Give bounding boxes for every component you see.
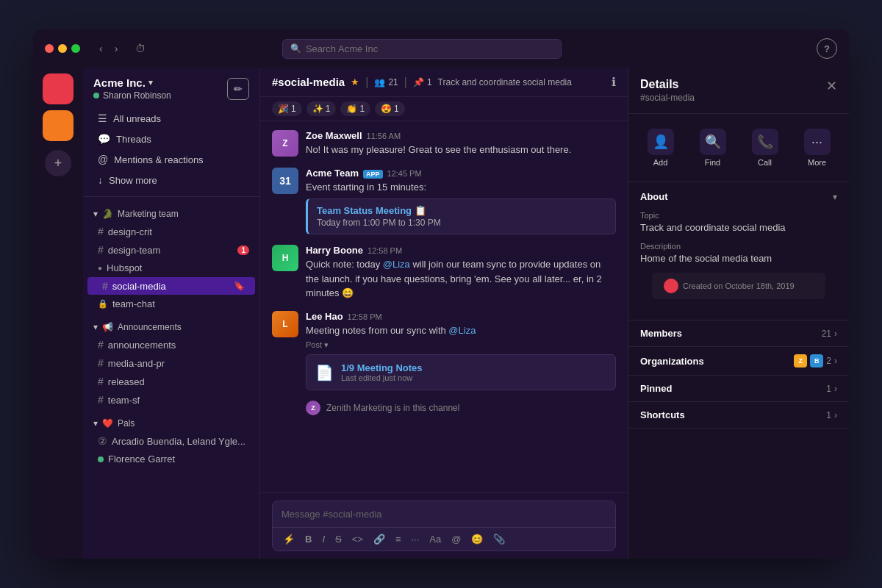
meeting-card[interactable]: Team Status Meeting 📋 Today from 1:00 PM…: [306, 198, 616, 234]
text-zoe: No! It was my pleasure! Great to see the…: [306, 143, 616, 157]
maximize-button[interactable]: [71, 44, 80, 53]
org-row[interactable]: Organizations Z B 2 ›: [628, 347, 849, 375]
channel-item-released[interactable]: # released: [83, 373, 259, 390]
mentions-icon: @: [98, 154, 108, 165]
add-action-button[interactable]: 👤 Add: [640, 124, 681, 171]
workspace-info: Acme Inc. ▾ Sharon Robinson: [93, 76, 171, 101]
online-dot-icon: [98, 456, 104, 462]
sidebar-divider: [83, 196, 259, 197]
post-label[interactable]: Post ▾: [306, 340, 616, 350]
avatar-harry: H: [272, 245, 298, 271]
channel-item-team-chat[interactable]: 🔒 team-chat: [83, 295, 259, 312]
italic-button[interactable]: I: [318, 531, 329, 548]
strikethrough-button[interactable]: S: [331, 531, 346, 548]
link-button[interactable]: 🔗: [369, 531, 390, 548]
details-panel: Details #social-media ✕ 👤 Add 🔍 Find 📞 C…: [628, 68, 849, 559]
section-arrow-icon: ▾: [93, 322, 98, 332]
time-acme: 12:45 PM: [387, 169, 422, 178]
workspace-chevron-icon: ▾: [148, 78, 153, 87]
post-subtitle: Last edited just now: [341, 373, 423, 382]
author-lee: Lee Hao: [306, 311, 343, 322]
workspace-icon-main[interactable]: [43, 74, 74, 104]
nav-item-show-more[interactable]: ↓ Show more: [87, 171, 255, 190]
message-input[interactable]: [273, 501, 615, 527]
nav-item-threads[interactable]: 💬 Threads: [87, 129, 255, 148]
org-count: 2: [826, 356, 831, 366]
close-button[interactable]: [45, 44, 54, 53]
call-action-button[interactable]: 📞 Call: [745, 124, 786, 171]
channel-item-arcadio[interactable]: ② Arcadio Buendia, Leland Ygle...: [83, 432, 259, 450]
channel-item-florence[interactable]: Florence Garret: [83, 451, 259, 467]
title-bar: ‹ › ⏱ 🔍 ?: [33, 29, 849, 68]
meeting-time: Today from 1:00 PM to 1:30 PM: [317, 218, 606, 228]
nav-item-unreads[interactable]: ☰ All unreads: [87, 109, 255, 128]
search-input[interactable]: [306, 43, 553, 54]
star-icon[interactable]: ★: [351, 76, 359, 87]
members-row[interactable]: Members 21 ›: [628, 320, 849, 346]
pinned-row[interactable]: Pinned 1 ›: [628, 376, 849, 402]
about-section-header[interactable]: About ▾: [628, 182, 849, 211]
unreads-icon: ☰: [98, 112, 107, 124]
search-bar[interactable]: 🔍: [282, 39, 562, 59]
attachment-button[interactable]: 📎: [489, 531, 509, 548]
text-lee: Meeting notes from our sync with @Liza: [306, 323, 616, 338]
channel-item-hubspot[interactable]: ● Hubspot: [83, 259, 259, 276]
message-zoe: Z Zoe Maxwell 11:56 AM No! It was my ple…: [272, 130, 616, 157]
call-label: Call: [758, 158, 772, 167]
channel-item-design-crit[interactable]: # design-crit: [83, 223, 259, 240]
compose-button[interactable]: ✏: [227, 78, 249, 100]
find-action-button[interactable]: 🔍 Find: [692, 124, 734, 171]
channel-item-announcements[interactable]: # announcements: [83, 336, 259, 354]
reaction-chip-clap[interactable]: 👏 1: [340, 101, 370, 116]
text-format-button[interactable]: Aa: [425, 531, 445, 548]
help-button[interactable]: ?: [817, 38, 837, 59]
forward-button[interactable]: ›: [110, 40, 123, 57]
channel-item-media-and-pr[interactable]: # media-and-pr: [83, 354, 259, 372]
shortcuts-row[interactable]: Shortcuts 1 ›: [628, 402, 849, 429]
mention-liza-2[interactable]: @Liza: [448, 325, 476, 336]
add-workspace-button[interactable]: +: [45, 150, 71, 176]
channel-item-design-team[interactable]: # design-team 1: [83, 241, 259, 259]
icon-sidebar: +: [33, 68, 83, 559]
workspace-icon-secondary[interactable]: [43, 110, 74, 141]
mention-liza-1[interactable]: @Liza: [383, 259, 410, 270]
emoji-button[interactable]: 😊: [467, 531, 487, 548]
channel-item-social-media[interactable]: # social-media 🔖: [87, 277, 255, 295]
channel-item-team-sf[interactable]: # team-sf: [83, 391, 259, 409]
more-tools-button[interactable]: ···: [406, 531, 423, 548]
members-count: 21: [822, 329, 831, 339]
lightning-button[interactable]: ⚡: [279, 531, 299, 548]
reaction-chip-sparkle[interactable]: ✨ 1: [306, 101, 337, 116]
search-icon: 🔍: [290, 43, 301, 54]
description-label: Description: [640, 242, 837, 251]
close-details-button[interactable]: ✕: [826, 78, 837, 94]
message-input-box: ⚡ B I S <> 🔗 ≡ ··· Aa @ 😊 📎: [272, 501, 616, 551]
pals-section-header[interactable]: ▾ ❤️ Pals: [83, 415, 259, 431]
announcements-section-header[interactable]: ▾ 📢 Announcements: [83, 319, 259, 335]
about-title: About: [640, 191, 668, 202]
section-arrow-icon: ▾: [93, 418, 98, 429]
reaction-chip-party[interactable]: 🎉 1: [272, 101, 302, 116]
marketing-section-header[interactable]: ▾ 🐊 Marketing team: [83, 206, 259, 222]
post-card[interactable]: 📄 1/9 Meeting Notes Last edited just now: [306, 354, 616, 390]
channel-info-button[interactable]: ℹ: [612, 75, 616, 89]
more-action-button[interactable]: ··· More: [797, 124, 838, 171]
workspace-name[interactable]: Acme Inc. ▾: [93, 76, 171, 89]
bold-button[interactable]: B: [301, 531, 316, 548]
author-zoe: Zoe Maxwell: [306, 130, 362, 141]
org-label: Organizations: [640, 356, 704, 367]
minimize-button[interactable]: [58, 44, 67, 53]
back-button[interactable]: ‹: [95, 40, 107, 57]
history-button[interactable]: ⏱: [131, 40, 150, 57]
hash-icon: #: [98, 244, 104, 256]
details-title: Details: [640, 78, 695, 91]
code-button[interactable]: <>: [348, 531, 368, 548]
reactions-bar: 🎉 1 ✨ 1 👏 1 😍 1: [260, 97, 628, 121]
mention-button[interactable]: @: [447, 531, 465, 548]
reaction-chip-heart-eyes[interactable]: 😍 1: [375, 101, 405, 116]
org-badge-z: Z: [794, 354, 807, 368]
details-header: Details #social-media ✕: [628, 68, 849, 114]
list-button[interactable]: ≡: [391, 531, 406, 548]
unread-badge: 1: [237, 245, 249, 255]
nav-item-mentions[interactable]: @ Mentions & reactions: [87, 150, 255, 169]
